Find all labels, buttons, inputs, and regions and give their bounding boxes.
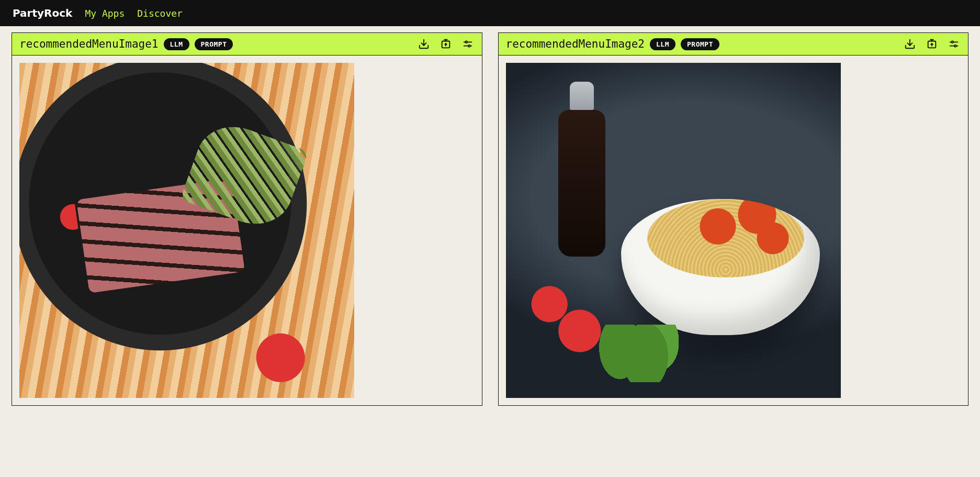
download-icon[interactable] — [903, 37, 917, 51]
workspace: recommendedMenuImage1 LLM PROMPT recomme… — [0, 26, 980, 406]
badge-prompt[interactable]: PROMPT — [195, 38, 233, 50]
panel-body — [12, 56, 482, 405]
panel-body — [499, 56, 968, 405]
generated-image[interactable] — [506, 63, 841, 398]
retry-icon[interactable] — [439, 37, 453, 51]
panel-recommended-menu-image-1: recommendedMenuImage1 LLM PROMPT — [12, 32, 482, 406]
panel-header: recommendedMenuImage1 LLM PROMPT — [12, 33, 482, 56]
svg-point-4 — [465, 41, 467, 43]
panel-recommended-menu-image-2: recommendedMenuImage2 LLM PROMPT — [498, 32, 969, 406]
svg-point-5 — [468, 45, 470, 47]
badge-llm[interactable]: LLM — [650, 38, 675, 50]
svg-point-11 — [954, 45, 956, 47]
badge-llm[interactable]: LLM — [164, 38, 189, 50]
settings-icon[interactable] — [947, 37, 961, 51]
nav-discover[interactable]: Discover — [137, 8, 183, 19]
image-decor — [595, 325, 679, 382]
svg-point-10 — [951, 41, 953, 43]
panel-title: recommendedMenuImage2 — [506, 38, 645, 50]
brand-logo[interactable]: PartyRock — [13, 7, 72, 19]
retry-icon[interactable] — [925, 37, 939, 51]
image-decor — [558, 110, 605, 257]
badge-prompt[interactable]: PROMPT — [681, 38, 719, 50]
settings-icon[interactable] — [461, 37, 475, 51]
top-nav: PartyRock My Apps Discover — [0, 0, 980, 26]
panel-title: recommendedMenuImage1 — [19, 38, 159, 50]
download-icon[interactable] — [417, 37, 431, 51]
panel-header: recommendedMenuImage2 LLM PROMPT — [499, 33, 968, 56]
generated-image[interactable] — [19, 63, 354, 398]
nav-my-apps[interactable]: My Apps — [85, 8, 125, 19]
